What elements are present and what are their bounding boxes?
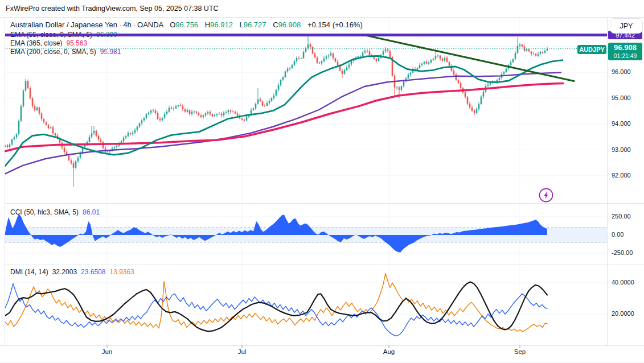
legend-ema365[interactable]: EMA (365, close)95.563: [10, 39, 87, 47]
watermark-caption: FxWirePro created with TradingView.com, …: [6, 5, 219, 13]
cci-label[interactable]: CCI (50, hlc3, SMA, 5): [10, 208, 79, 216]
low-key: L: [240, 20, 244, 29]
open-value: 96.756: [175, 20, 198, 29]
interval-label[interactable]: 4h: [123, 20, 131, 29]
close-key: C: [273, 20, 278, 29]
change-value: +0.154 (+0.16%): [307, 20, 363, 29]
ema55-value: 96.390: [96, 31, 117, 39]
symbol-name[interactable]: Australian Dollar / Japanese Yen: [10, 20, 117, 29]
dmi-adx-value: 32.2003: [52, 268, 77, 276]
legend-cci[interactable]: CCI (50, hlc3, SMA, 5)86.01: [10, 208, 100, 216]
flash-icon: [538, 187, 554, 203]
ema55-label[interactable]: EMA (55, close, 0, SMA, 5): [10, 31, 92, 39]
dmi-axis-label: 20.0000: [612, 310, 634, 317]
high-key: H: [205, 20, 210, 29]
bar-countdown: 01:21:49: [608, 52, 642, 59]
ema365-label[interactable]: EMA (365, close): [10, 39, 62, 47]
symbol-legend-row[interactable]: Australian Dollar / Japanese Yen·4h·OAND…: [10, 20, 363, 29]
legend-dmi[interactable]: DMI (14, 14)32.200323.650813.9363: [10, 268, 134, 276]
symbol-price-flag: AUDJPY: [577, 45, 606, 54]
cci-value: 86.01: [83, 208, 100, 216]
ema365-value: 95.563: [66, 39, 87, 47]
close-value: 96.908: [278, 20, 301, 29]
price-axis-label: 96.000: [612, 68, 631, 75]
price-axis-label: 94.000: [612, 120, 631, 127]
price-axis-label: 95.000: [612, 94, 631, 101]
time-axis-label: Sep: [507, 348, 532, 355]
high-value: 96.912: [210, 20, 233, 29]
time-axis-label: Jul: [229, 348, 255, 355]
currency-axis-button[interactable]: JPY: [610, 18, 643, 34]
legend-ema55[interactable]: EMA (55, close, 0, SMA, 5)96.390: [10, 31, 117, 39]
quick-trade-button[interactable]: [538, 187, 554, 203]
last-price-axis-label[interactable]: 96.908 01:21:49: [608, 43, 642, 60]
dmi-minus-di-value: 13.9363: [109, 268, 134, 276]
price-axis-label: 93.000: [612, 146, 631, 153]
separator-dot: ·: [132, 20, 137, 29]
open-key: O: [170, 20, 175, 29]
cci-axis-label: 0.00: [612, 231, 624, 238]
separator-dot: ·: [117, 20, 123, 29]
dmi-plus-di-value: 23.6508: [81, 268, 105, 276]
last-price-value: 96.908: [608, 44, 642, 52]
low-value: 96.727: [244, 20, 266, 29]
ema200-label[interactable]: EMA (200, close, 0, SMA, 5): [10, 48, 96, 56]
cci-axis-label: 250.00: [612, 213, 631, 220]
time-axis-label: Aug: [376, 348, 401, 355]
price-axis-label: 92.000: [612, 172, 631, 179]
legend-ema200[interactable]: EMA (200, close, 0, SMA, 5)95.981: [10, 48, 121, 56]
cci-axis-label: -250.00: [612, 249, 633, 256]
time-axis-label: Jun: [95, 348, 120, 355]
dmi-label[interactable]: DMI (14, 14): [10, 268, 48, 276]
exchange-label[interactable]: OANDA: [137, 20, 163, 29]
dmi-axis-label: 40.0000: [612, 279, 634, 286]
ema200-value: 95.981: [100, 48, 121, 56]
tradingview-chart-window: FxWirePro created with TradingView.com, …: [0, 0, 644, 363]
